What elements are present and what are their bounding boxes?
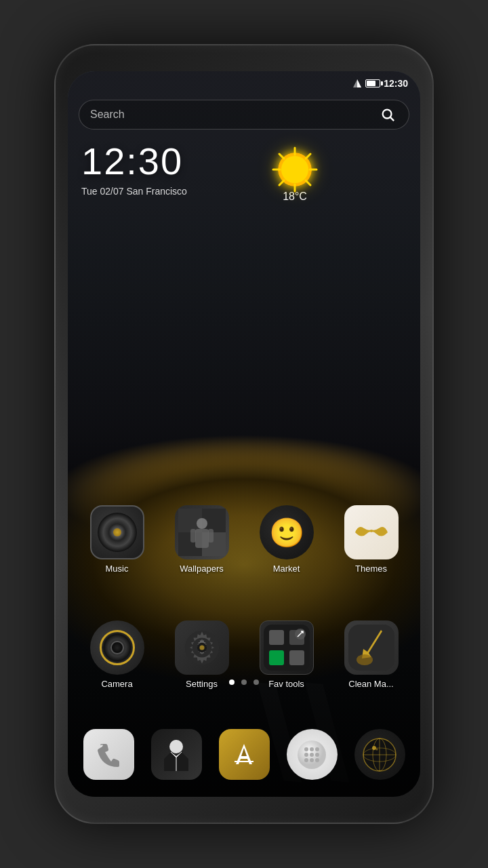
music-icon[interactable] [90, 505, 144, 559]
themes-icon[interactable] [344, 505, 399, 559]
svg-point-23 [199, 645, 204, 650]
app-item-wallpapers[interactable]: Wallpapers [165, 505, 239, 574]
app-item-cleanmaster[interactable]: Clean Ma... [334, 620, 409, 689]
svg-point-42 [310, 758, 314, 762]
clock-time: 12:30 [81, 139, 187, 183]
themes-label: Themes [355, 564, 387, 574]
svg-line-11 [306, 154, 310, 159]
weather-widget: 18°C [278, 153, 312, 203]
browser-icon[interactable] [354, 729, 405, 780]
svg-point-40 [315, 753, 319, 757]
phone-svg [95, 741, 122, 768]
phone-icon[interactable] [83, 729, 134, 780]
dock-item-browser[interactable] [354, 729, 405, 780]
mustache-svg [352, 519, 391, 546]
camera-lens [100, 630, 135, 665]
svg-marker-1 [357, 79, 361, 87]
app-item-market[interactable]: 🙂 Market [249, 505, 324, 574]
phone-screen: 12:30 Search 12:30 Tue 02/07 San Francis… [68, 71, 420, 797]
status-bar: 12:30 [68, 71, 420, 96]
camera-icon[interactable] [90, 620, 144, 675]
dock-item-appstore[interactable] [219, 729, 270, 780]
sun-icon [278, 153, 312, 186]
search-bar[interactable]: Search [79, 100, 409, 130]
settings-icon[interactable] [175, 620, 229, 675]
svg-point-38 [304, 753, 308, 757]
svg-rect-27 [269, 650, 284, 665]
music-label: Music [106, 564, 129, 574]
svg-point-36 [310, 747, 314, 751]
options-svg [297, 740, 327, 770]
dock [68, 729, 420, 780]
svg-line-10 [306, 180, 310, 185]
page-indicators [68, 679, 420, 685]
svg-rect-19 [208, 529, 214, 542]
app-row-2: Camera Settings [68, 620, 420, 689]
battery-fill [367, 81, 375, 86]
svg-rect-25 [269, 630, 284, 645]
app-item-favtools[interactable]: Fav tools [249, 620, 324, 689]
tuxedo-svg [161, 738, 191, 771]
cleanmaster-icon[interactable] [344, 620, 399, 675]
svg-point-37 [315, 747, 319, 751]
svg-point-16 [197, 518, 207, 529]
appstore-svg [229, 740, 259, 770]
svg-point-2 [383, 110, 392, 119]
phone-outer: 12:30 Search 12:30 Tue 02/07 San Francis… [54, 44, 434, 824]
svg-rect-17 [195, 529, 209, 548]
status-time: 12:30 [384, 78, 408, 89]
globe-svg [362, 737, 397, 772]
svg-line-9 [279, 154, 284, 159]
sun-rays-svg [270, 144, 320, 195]
svg-point-43 [315, 758, 319, 762]
vinyl-icon [98, 513, 137, 552]
page-dot-1[interactable] [229, 679, 235, 685]
search-icon[interactable] [378, 104, 398, 125]
svg-rect-18 [190, 529, 196, 542]
dock-item-phone[interactable] [83, 729, 134, 780]
signal-icon [352, 79, 362, 88]
options-icon[interactable] [287, 729, 338, 780]
market-label: Market [273, 564, 300, 574]
page-dot-2[interactable] [241, 679, 247, 685]
gear-svg [184, 629, 220, 666]
appstore-icon[interactable] [219, 729, 270, 780]
svg-point-35 [304, 747, 308, 751]
clock-date: Tue 02/07 San Francisco [81, 186, 187, 197]
wallpapers-icon[interactable] [175, 505, 229, 559]
svg-line-12 [279, 180, 284, 185]
camera-inner [110, 641, 124, 654]
wallpapers-label: Wallpapers [180, 564, 224, 574]
svg-point-41 [304, 758, 308, 762]
app-item-themes[interactable]: Themes [334, 505, 409, 574]
favtools-icon[interactable] [260, 620, 314, 675]
search-placeholder: Search [90, 108, 125, 121]
svg-point-39 [310, 753, 314, 757]
dock-item-options[interactable] [287, 729, 338, 780]
app-item-camera[interactable]: Camera [80, 620, 155, 689]
page-dot-3[interactable] [253, 679, 259, 685]
wallpapers-svg [178, 509, 226, 556]
dock-item-tuxedo[interactable] [151, 729, 202, 780]
smiley-icon: 🙂 [269, 516, 304, 549]
svg-point-4 [281, 156, 308, 183]
tuxedo-icon[interactable] [151, 729, 202, 780]
battery-icon [365, 79, 380, 87]
cleanmaster-svg [348, 625, 394, 671]
status-icons: 12:30 [352, 78, 408, 89]
market-icon[interactable]: 🙂 [260, 505, 314, 559]
svg-point-50 [372, 746, 376, 750]
clock-widget: 12:30 Tue 02/07 San Francisco [81, 139, 187, 197]
svg-line-3 [390, 117, 394, 121]
svg-point-32 [169, 740, 183, 753]
app-item-settings[interactable]: Settings [165, 620, 239, 689]
svg-rect-28 [289, 650, 304, 665]
favtools-svg [264, 625, 310, 671]
svg-point-31 [357, 654, 373, 665]
svg-point-51 [376, 748, 378, 750]
app-row-1: Music Wallpapers [68, 505, 420, 574]
app-item-music[interactable]: Music [80, 505, 155, 574]
